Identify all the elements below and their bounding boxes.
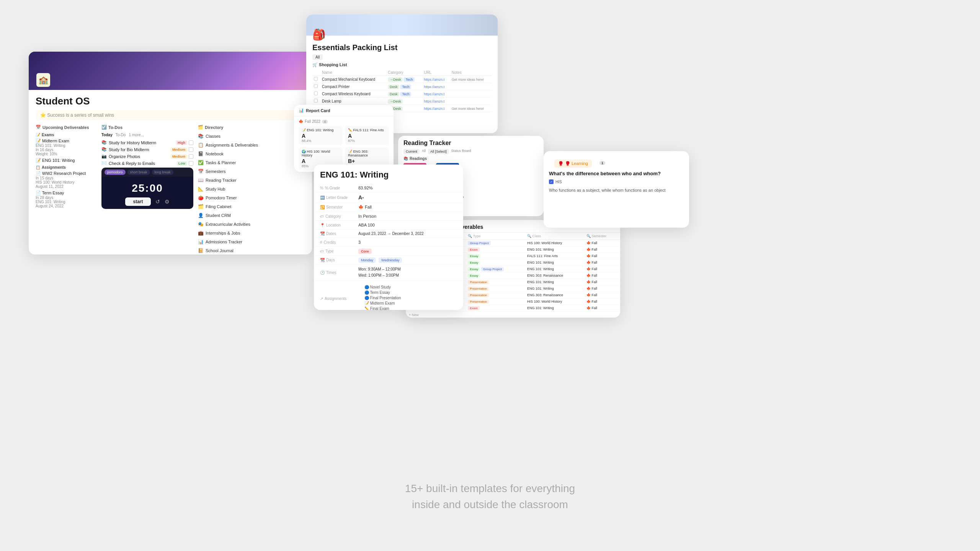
credits-icon: # [320, 240, 322, 245]
learning-checkbox: ✓ HIS [544, 179, 689, 184]
upcoming-title: 📅 Upcoming Deliverables [36, 125, 97, 130]
extra-icon: 🎭 [198, 222, 204, 227]
course-card: ✏️ FALS 111: Fine Arts A 87% [345, 126, 389, 145]
internships-icon: 💼 [198, 230, 204, 236]
checkbox[interactable] [189, 154, 193, 159]
todo-item: 📚 Study for Bio Midterm Medium [101, 147, 193, 152]
list-item: 📄 WW2 Research Project In 15 days HIS 10… [36, 171, 97, 189]
dates-icon: 📆 [320, 231, 325, 236]
directory-item-semesters[interactable]: 📅 Semesters [198, 168, 305, 175]
new-row-hint[interactable]: + New [406, 311, 620, 318]
directory-item-crm[interactable]: 👤 Student CRM [198, 212, 305, 219]
report-icon: 📊 [299, 108, 304, 113]
backpack-icon: 🎒 [312, 28, 326, 41]
course-count: 4 [322, 120, 328, 124]
checkbox-icon: ☑️ [101, 125, 107, 130]
learning-answer: Who functions as a subject, while whom f… [544, 187, 689, 194]
semesters-icon: 📅 [198, 169, 204, 174]
essentials-tab: All [312, 55, 492, 59]
timer-display: 25:00 [105, 182, 190, 194]
tab-today[interactable]: Today [101, 133, 113, 137]
essentials-title: Essentials Packing List [312, 43, 492, 52]
list-item: 📝 Midterm Exam ENG 101: Writing In 16 da… [36, 139, 97, 156]
directory-item-classes[interactable]: 📚 Classes [198, 133, 305, 140]
tab-all-select[interactable]: All [Select] [428, 149, 449, 154]
journal-icon: 📔 [198, 248, 204, 253]
row-checkbox[interactable] [314, 77, 318, 81]
exams-section: 📝 Exams [36, 133, 97, 137]
essentials-banner: 🎒 [306, 15, 498, 36]
category-icon: 🏷 [320, 214, 324, 218]
priority-badge: Medium [170, 154, 187, 159]
reading-icon: 📖 [198, 178, 204, 183]
directory-icon: 🗂️ [198, 125, 203, 130]
quote-text: ⭐ Success is a series of small wins [36, 110, 305, 120]
table-row: Desk Lamp →Desk https://amzn.t [312, 98, 492, 105]
learning-header: 🥊 🥊 Learning 1 [544, 151, 689, 171]
page-title: Student OS [36, 95, 305, 107]
directory-item-internships[interactable]: 💼 Internships & Jobs [198, 230, 305, 236]
directory-item-filing[interactable]: 🗂️ Filing Cabinet [198, 203, 305, 210]
banner-icon: 🏫 [36, 73, 50, 87]
readings-section: 📚 Readings [398, 156, 544, 161]
all-tab[interactable]: All [312, 54, 323, 60]
checked-box[interactable]: ✓ [549, 179, 554, 184]
classes-icon: 📚 [198, 134, 204, 139]
directory-item-admissions[interactable]: 📊 Admissions Tracker [198, 238, 305, 245]
report-header: 📊 Report Card [294, 105, 394, 116]
fall-icon: 🍁 [299, 119, 303, 124]
directory-item-pomodoro[interactable]: 🍅 Pomodoro Timer [198, 194, 305, 201]
tab-all[interactable]: All [422, 149, 426, 154]
checkbox[interactable] [189, 140, 193, 145]
directory-item-extracurricular[interactable]: 🎭 Extracurricular Activities [198, 221, 305, 228]
directory-item-assignments[interactable]: 📋 Assignments & Deliverables [198, 142, 305, 148]
directory-item-journal[interactable]: 📔 School Journal [198, 247, 305, 254]
learning-badge: 🥊 🥊 Learning [554, 160, 592, 168]
directory-item-study[interactable]: 📐 Study Hub [198, 186, 305, 192]
learning-card: 🥊 🥊 Learning 1 What's the difference bet… [544, 151, 689, 228]
col-class: 🔍 Class [524, 233, 583, 240]
semester-label: 🍁 Fall 2022 4 [299, 119, 389, 124]
times-icon: 🕐 [320, 271, 325, 275]
student-os-body: Student OS ⭐ Success is a series of smal… [29, 90, 312, 254]
eng-row-category: 🏷 Category In Person [314, 212, 463, 221]
study-icon: 📐 [198, 186, 204, 192]
eng-row-semester: 🔁 Semester 🍁 Fall [314, 203, 463, 212]
filing-icon: 🗂️ [198, 204, 204, 209]
assignments-icon: 📋 [198, 142, 204, 148]
report-body: 🍁 Fall 2022 4 📝 ENG 101: Writing A 88.4%… [294, 116, 394, 172]
row-checkbox[interactable] [314, 91, 318, 95]
checkbox[interactable] [189, 161, 193, 166]
todo-item: ✉️ Check & Reply to Emails Low [101, 161, 193, 166]
tab-current[interactable]: Current [403, 149, 420, 154]
exams-icon: 📝 [36, 133, 40, 137]
eng-row-dates: 📆 Dates August 23, 2022 → December 3, 20… [314, 230, 463, 238]
directory-item-reading[interactable]: 📖 Reading Tracker [198, 177, 305, 184]
checkbox[interactable] [189, 147, 193, 152]
directory-item-notebook[interactable]: 📓 Notebook [198, 150, 305, 157]
tab-more[interactable]: 1 more... [129, 133, 144, 137]
row-checkbox[interactable] [314, 99, 318, 103]
grade-icon: % [320, 186, 323, 190]
directory-item-tasks[interactable]: ✅ Tasks & Planner [198, 159, 305, 166]
row-checkbox[interactable] [314, 84, 318, 88]
readings-icon: 📚 [403, 156, 408, 161]
notebook-icon: 📓 [198, 151, 204, 156]
todo-tabs: Today To-Do 1 more... [101, 133, 193, 137]
assign-icon: ↗ [320, 297, 323, 301]
long-break-btn[interactable]: long break [152, 170, 173, 175]
short-break-btn[interactable]: short break [127, 170, 150, 175]
bottom-line1: 15+ built-in templates for everything [0, 481, 980, 497]
student-os-card: 🏫 Student OS ⭐ Success is a series of sm… [29, 52, 312, 254]
eng101-title: ENG 101: Writing [314, 165, 463, 184]
tab-status-board[interactable]: Status Board [451, 149, 471, 154]
pomodoro-btn[interactable]: pomodoro [105, 170, 126, 175]
col-semester: 🔍 Semester [583, 233, 620, 240]
bottom-text: 15+ built-in templates for everything in… [0, 481, 980, 513]
refresh-icon[interactable]: ↺ [155, 199, 160, 205]
settings-icon[interactable]: ⚙ [165, 199, 170, 205]
tab-todo[interactable]: To-Do [116, 133, 126, 137]
admissions-icon: 📊 [198, 239, 204, 245]
todo-item: 📚 Study for History Midterm High [101, 140, 193, 145]
start-button[interactable]: start [125, 197, 150, 206]
